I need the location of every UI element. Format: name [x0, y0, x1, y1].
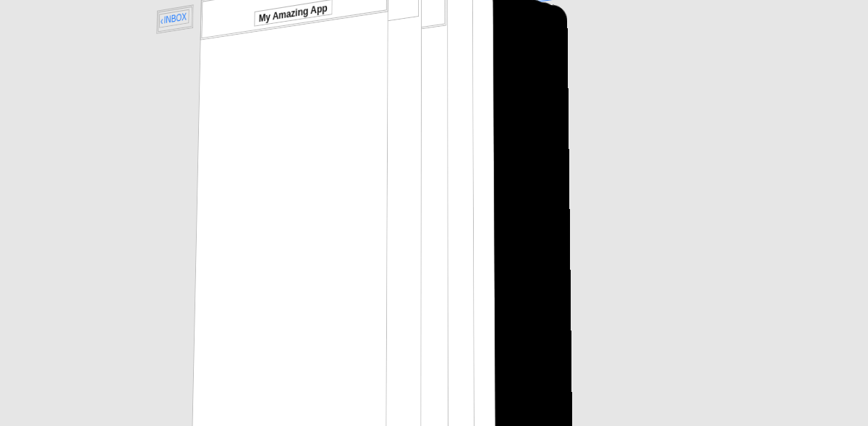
- front-view-layer[interactable]: My Amazing App: [187, 0, 388, 426]
- back-button-label: INBOX: [163, 11, 187, 25]
- exploded-scene: My Amazing App ‹ INBOX UIWindowScene – (…: [107, 0, 868, 426]
- view-debugger-canvas[interactable]: My Amazing App ‹ INBOX UIWindowScene – (…: [0, 0, 868, 426]
- chevron-left-icon: ‹: [161, 16, 163, 26]
